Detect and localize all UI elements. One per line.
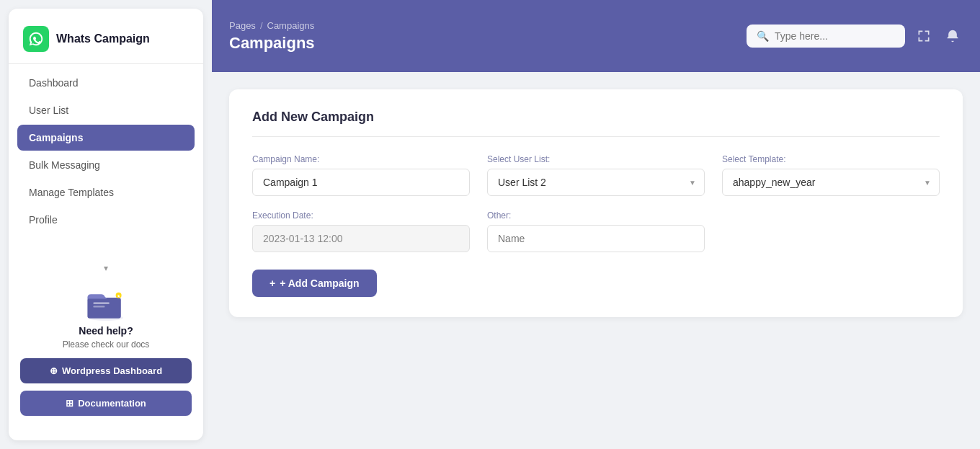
sidebar-item-campaigns[interactable]: Campaigns (17, 125, 195, 151)
sidebar-help-section: ★ Need help? Please check our docs ⊕ Wor… (9, 276, 203, 429)
help-title: Need help? (79, 325, 133, 337)
template-group: Select Template: ahappy_new_year (722, 154, 940, 196)
add-icon: + (270, 277, 275, 289)
svg-rect-1 (87, 298, 120, 319)
search-icon: 🔍 (757, 30, 769, 42)
form-row-1: Campaign Name: Select User List: User Li… (252, 154, 940, 196)
sidebar-item-manage-templates[interactable]: Manage Templates (17, 179, 195, 205)
breadcrumb-pages: Pages (229, 20, 256, 31)
documentation-button[interactable]: ⊞ Documentation (20, 391, 192, 416)
sidebar-item-profile[interactable]: Profile (17, 207, 195, 233)
search-box: 🔍 (747, 25, 905, 48)
sidebar-item-user-list[interactable]: User List (17, 97, 195, 123)
sidebar-item-dashboard[interactable]: Dashboard (17, 70, 195, 96)
sidebar-header: Whats Campaign (9, 20, 203, 64)
sidebar-title: Whats Campaign (56, 32, 150, 45)
header-actions: 🔍 (747, 25, 963, 48)
form-title: Add New Campaign (252, 110, 940, 137)
page-content: Add New Campaign Campaign Name: Select U… (212, 72, 980, 449)
header: Pages / Campaigns Campaigns 🔍 (212, 0, 980, 72)
svg-rect-3 (93, 306, 104, 307)
execution-date-input[interactable] (252, 225, 470, 252)
svg-rect-2 (93, 302, 109, 303)
help-subtitle: Please check our docs (63, 339, 150, 350)
template-label: Select Template: (722, 154, 940, 164)
app-logo (23, 26, 49, 52)
campaign-name-input[interactable] (252, 169, 470, 196)
wordpress-dashboard-button[interactable]: ⊕ Wordpress Dashboard (20, 358, 192, 383)
sidebar-item-bulk-messaging[interactable]: Bulk Messaging (17, 152, 195, 178)
docs-icon: ⊞ (66, 398, 74, 409)
wordpress-icon: ⊕ (50, 365, 58, 376)
execution-date-label: Execution Date: (252, 210, 470, 221)
campaign-name-group: Campaign Name: (252, 154, 470, 196)
template-select-wrapper: ahappy_new_year (722, 169, 940, 196)
campaign-name-label: Campaign Name: (252, 154, 470, 164)
expand-button[interactable] (914, 26, 934, 46)
notification-button[interactable] (943, 26, 963, 46)
search-input[interactable] (775, 30, 895, 42)
page-title: Campaigns (229, 34, 315, 53)
user-list-select-wrapper: User List 2 (487, 169, 705, 196)
breadcrumb-separator: / (260, 20, 263, 31)
user-list-select[interactable]: User List 2 (487, 169, 705, 196)
add-campaign-card: Add New Campaign Campaign Name: Select U… (229, 89, 963, 317)
user-list-label: Select User List: (487, 154, 705, 164)
breadcrumb-current: Campaigns (267, 20, 315, 31)
execution-date-group: Execution Date: (252, 210, 470, 252)
other-input[interactable] (487, 225, 705, 252)
main-content: Pages / Campaigns Campaigns 🔍 (212, 0, 980, 449)
add-campaign-button[interactable]: + + Add Campaign (252, 270, 377, 297)
svg-text:★: ★ (117, 293, 120, 298)
empty-group (722, 210, 940, 252)
help-illustration: ★ (83, 285, 129, 322)
sidebar-nav: Dashboard User List Campaigns Bulk Messa… (9, 70, 203, 260)
other-group: Other: (487, 210, 705, 252)
scroll-indicator: ▾ (9, 260, 203, 276)
template-select[interactable]: ahappy_new_year (722, 169, 940, 196)
other-label: Other: (487, 210, 705, 221)
sidebar: Whats Campaign Dashboard User List Campa… (9, 9, 203, 440)
breadcrumb-section: Pages / Campaigns Campaigns (229, 20, 315, 53)
form-row-2: Execution Date: Other: (252, 210, 940, 252)
breadcrumb: Pages / Campaigns (229, 20, 315, 31)
user-list-group: Select User List: User List 2 (487, 154, 705, 196)
